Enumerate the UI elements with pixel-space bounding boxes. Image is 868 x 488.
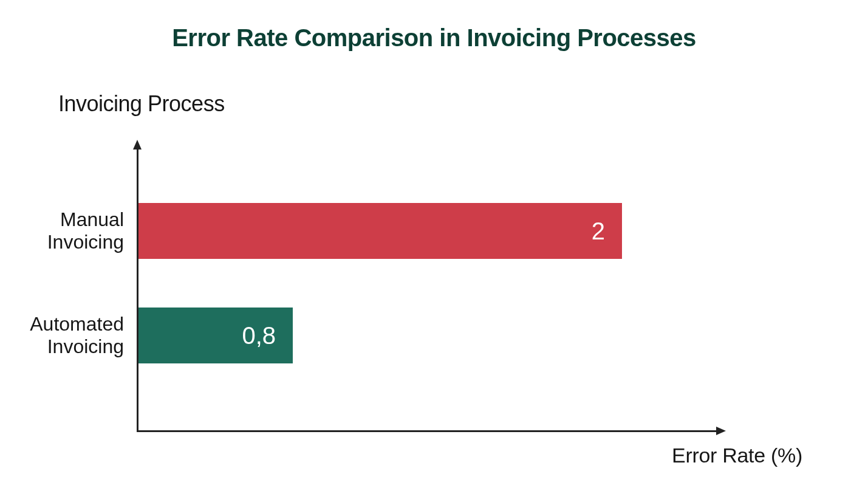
x-axis-line [137,430,717,432]
chart-title: Error Rate Comparison in Invoicing Proce… [0,24,868,52]
bar-label-manual: Manual Invoicing [2,208,124,253]
bar-label-line: Invoicing [47,231,124,253]
x-axis-arrow-icon [716,427,726,435]
bar-label-automated: Automated Invoicing [2,313,124,358]
y-axis-line [137,148,138,431]
bar-label-line: Invoicing [47,335,124,357]
bar-manual-invoicing: Manual Invoicing 2 [138,203,622,259]
bar-value-automated: 0,8 [242,322,276,349]
bar-label-line: Automated [30,313,124,335]
bar-value-manual: 2 [592,218,605,245]
bar-label-line: Manual [60,208,124,230]
bar-automated-invoicing: Automated Invoicing 0,8 [138,308,293,363]
y-axis-arrow-icon [133,140,142,149]
x-axis-title: Error Rate (%) [672,444,802,467]
chart-area: Manual Invoicing 2 Automated Invoicing 0… [137,140,726,431]
y-axis-title: Invoicing Process [58,91,225,117]
